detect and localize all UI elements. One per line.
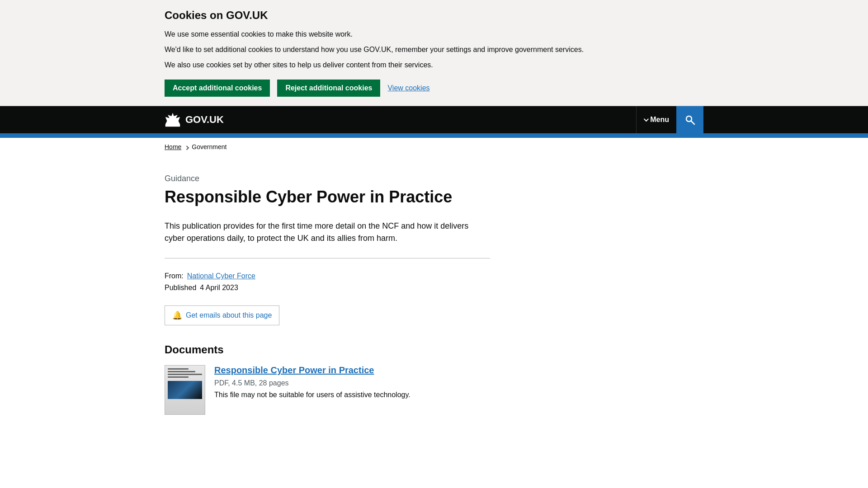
from-label: From:: [165, 272, 184, 280]
navigation-bar: GOV.UK Menu: [0, 106, 868, 133]
breadcrumb-home[interactable]: Home: [165, 143, 181, 150]
svg-line-2: [691, 121, 694, 124]
documents-heading: Documents: [165, 343, 703, 356]
crown-icon: [165, 113, 181, 127]
document-description: This file may not be suitable for users …: [214, 391, 703, 399]
page-title: Responsible Cyber Power in Practice: [165, 187, 703, 206]
document-meta: PDF, 4.5 MB, 28 pages: [214, 379, 703, 387]
document-link[interactable]: Responsible Cyber Power in Practice: [214, 365, 703, 375]
meta-section: From: National Cyber Force Published 4 A…: [165, 272, 703, 292]
from-row: From: National Cyber Force: [165, 272, 703, 280]
menu-button[interactable]: Menu: [636, 106, 676, 133]
published-row: Published 4 April 2023: [165, 284, 703, 292]
cookie-actions: Accept additional cookies Reject additio…: [165, 80, 703, 97]
search-icon: [684, 114, 695, 125]
guidance-label: Guidance: [165, 174, 703, 183]
gov-uk-logo[interactable]: GOV.UK: [165, 113, 224, 127]
cookie-banner-title: Cookies on GOV.UK: [165, 9, 703, 22]
breadcrumb: Home Government: [0, 138, 868, 156]
doc-line-4: [168, 376, 189, 378]
doc-thumb-image: [168, 381, 202, 399]
gov-uk-text: GOV.UK: [185, 114, 224, 126]
doc-thumb-inner: [165, 366, 205, 414]
view-cookies-link[interactable]: View cookies: [387, 84, 429, 92]
doc-line-3: [168, 374, 202, 375]
documents-section: Documents Responsible Cyber Power in Pra…: [165, 343, 703, 415]
breadcrumb-separator: [185, 145, 189, 150]
document-card: Responsible Cyber Power in Practice PDF,…: [165, 365, 703, 415]
cookie-banner: Cookies on GOV.UK We use some essential …: [0, 0, 868, 106]
bell-icon: 🔔: [172, 310, 182, 320]
published-date: 4 April 2023: [200, 284, 238, 292]
get-emails-button[interactable]: 🔔 Get emails about this page: [165, 305, 279, 325]
document-thumbnail: [165, 365, 205, 415]
reject-cookies-button[interactable]: Reject additional cookies: [277, 80, 380, 97]
search-button[interactable]: [676, 106, 703, 133]
svg-rect-0: [165, 124, 180, 127]
page-description: This publication provides for the first …: [165, 220, 490, 244]
get-emails-label: Get emails about this page: [186, 311, 272, 319]
document-info: Responsible Cyber Power in Practice PDF,…: [214, 365, 703, 399]
doc-line-1: [168, 368, 189, 370]
from-org-link[interactable]: National Cyber Force: [187, 272, 255, 280]
published-label: Published: [165, 284, 196, 292]
content-divider: [165, 258, 490, 258]
breadcrumb-current: Government: [192, 143, 226, 150]
menu-label: Menu: [650, 116, 669, 124]
chevron-down-icon: [644, 117, 649, 122]
nav-right: Menu: [636, 106, 703, 133]
doc-line-2: [168, 371, 195, 372]
accept-cookies-button[interactable]: Accept additional cookies: [165, 80, 270, 97]
cookie-para-1: We use some essential cookies to make th…: [165, 29, 703, 40]
main-content: Guidance Responsible Cyber Power in Prac…: [0, 156, 868, 433]
blue-bar: [0, 133, 868, 138]
cookie-para-2: We'd like to set additional cookies to u…: [165, 44, 703, 55]
cookie-para-3: We also use cookies set by other sites t…: [165, 60, 703, 70]
